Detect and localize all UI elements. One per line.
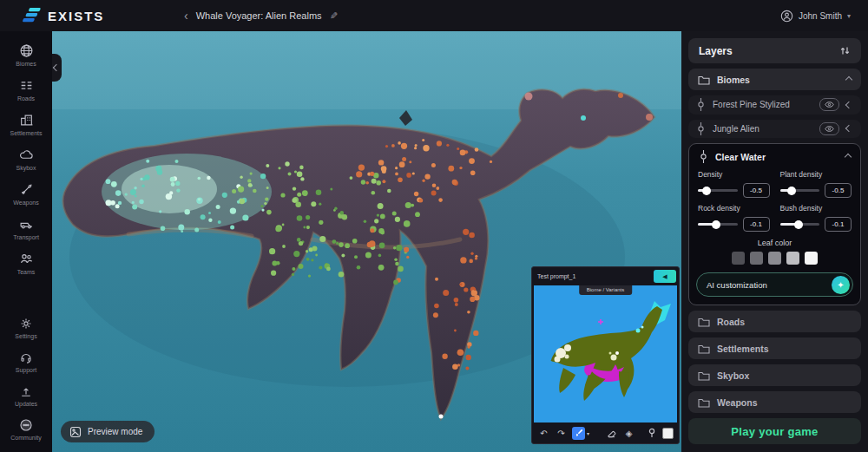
play-button-label: Play your game: [731, 425, 818, 438]
gear-icon: [19, 317, 33, 331]
user-menu[interactable]: John Smith ▾: [780, 10, 851, 23]
project-title-group: ‹ Whale Voyager: Alien Realms ✎: [184, 10, 338, 22]
biome-painter-panel: Test prompt_1 ◀ Biome / Variants: [531, 266, 680, 444]
sidebar-label: Teams: [17, 269, 36, 275]
redo-icon: ↷: [557, 429, 564, 438]
plant-density-slider[interactable]: [780, 189, 820, 192]
slider-label: Plant density: [780, 170, 852, 179]
section-settlements[interactable]: Settlements: [688, 337, 861, 359]
layer-row-jungle-alien[interactable]: Jungle Alien: [688, 120, 861, 139]
section-skybox[interactable]: Skybox: [688, 364, 861, 386]
layer-row-forest-pine[interactable]: Forest Pine Stylized: [688, 95, 861, 115]
leaf-color-swatch[interactable]: [805, 252, 818, 265]
plant-density-value[interactable]: -0.5: [825, 183, 852, 198]
bush-density-slider[interactable]: [780, 223, 820, 226]
ai-customization-input[interactable]: AI customization ✦: [696, 272, 853, 297]
layer-commit-icon: [696, 122, 706, 135]
sidebar-item-settlements[interactable]: Settlements: [0, 108, 52, 142]
layer-expand-icon[interactable]: [845, 102, 852, 108]
section-roads[interactable]: Roads: [688, 311, 861, 332]
slider-label: Bush density: [780, 204, 852, 213]
undo-button[interactable]: ↶: [537, 427, 550, 440]
sidebar-item-support[interactable]: Support: [0, 345, 52, 379]
sidebar-item-transport[interactable]: Transport: [0, 212, 52, 246]
sidebar-item-community[interactable]: Community: [0, 413, 52, 447]
folder-icon: [698, 344, 710, 354]
back-icon[interactable]: ‹: [184, 10, 188, 22]
section-label: Skybox: [717, 370, 852, 381]
redo-button[interactable]: ↷: [555, 427, 568, 440]
section-biomes[interactable]: Biomes: [688, 69, 861, 90]
slider-block-rock-density: Rock density -0.1: [698, 204, 770, 232]
leaf-color-swatch[interactable]: [786, 252, 799, 265]
leaf-color-swatch[interactable]: [768, 252, 781, 265]
sidebar-item-updates[interactable]: Updates: [0, 379, 52, 413]
back-arrow-icon: ◀: [662, 273, 667, 280]
upload-icon: [19, 384, 33, 398]
active-color-swatch[interactable]: [662, 428, 674, 439]
layers-panel: Layers Biomes Forest Pine Stylized: [681, 31, 868, 452]
slider-block-density: Density -0.5: [698, 170, 770, 198]
sidebar-item-biomes[interactable]: Biomes: [0, 38, 52, 73]
caret-icon: ▾: [587, 431, 589, 436]
ai-generate-button[interactable]: ✦: [832, 276, 850, 294]
leaf-color-label: Leaf color: [758, 239, 792, 247]
sidebar-label: Support: [16, 367, 37, 373]
brush-tool-button[interactable]: [572, 427, 585, 440]
sidebar-item-roads[interactable]: Roads: [0, 73, 52, 108]
sidebar-item-weapons[interactable]: Weapons: [0, 177, 52, 212]
layer-expand-icon[interactable]: [845, 125, 852, 132]
pin-button[interactable]: [645, 427, 658, 440]
leaf-color-swatch[interactable]: [732, 252, 745, 265]
world-viewport[interactable]: Preview mode Test prompt_1 ◀ Biome / Var…: [52, 31, 681, 452]
eraser-button[interactable]: [605, 427, 618, 440]
preview-mode-button[interactable]: Preview mode: [61, 421, 155, 442]
fill-icon: ◈: [626, 429, 633, 438]
fill-button[interactable]: ◈: [622, 427, 635, 440]
bush-density-value[interactable]: -0.1: [825, 217, 852, 232]
sidebar-item-settings[interactable]: Settings: [0, 311, 52, 345]
biome-paint-canvas[interactable]: Biome / Variants: [534, 285, 677, 423]
brush-options-caret[interactable]: ▾: [587, 430, 589, 436]
edit-title-icon[interactable]: ✎: [330, 10, 338, 22]
visibility-toggle[interactable]: [819, 122, 839, 135]
layer-name: Jungle Alien: [713, 124, 812, 134]
rock-density-value[interactable]: -0.1: [743, 217, 770, 232]
visibility-toggle[interactable]: [819, 98, 839, 111]
layer-name: Forest Pine Stylized: [713, 100, 812, 109]
slider-label: Density: [698, 170, 770, 179]
app-logo[interactable]: EXISTS: [0, 8, 104, 23]
sort-icon[interactable]: [839, 45, 851, 56]
layer-name: Clear Water: [715, 152, 838, 162]
layer-row-clear-water[interactable]: Clear Water: [696, 145, 853, 168]
sidebar-label: Settings: [15, 333, 36, 339]
prompt-send-button[interactable]: ◀: [654, 270, 676, 283]
section-weapons[interactable]: Weapons: [688, 391, 861, 413]
buildings-icon: [19, 113, 34, 128]
leaf-color-swatch[interactable]: [750, 252, 763, 265]
eraser-icon: [607, 429, 616, 438]
layer-commit-icon: [699, 150, 708, 163]
play-your-game-button[interactable]: Play your game: [688, 418, 861, 444]
section-label: Roads: [717, 317, 852, 327]
sidebar-item-skybox[interactable]: Skybox: [0, 142, 52, 177]
density-slider[interactable]: [698, 189, 738, 192]
layers-header: Layers: [688, 38, 861, 63]
panel-collapse-handle[interactable]: [52, 54, 62, 82]
layer-commit-icon: [696, 98, 706, 111]
biome-variants-tab[interactable]: Biome / Variants: [579, 285, 633, 295]
preview-icon: [69, 426, 82, 438]
logo-text: EXISTS: [48, 9, 104, 23]
density-value[interactable]: -0.5: [743, 183, 770, 198]
paint-toolbar: ↶ ↷ ▾ ◈: [532, 423, 679, 443]
density-sliders: Density -0.5 Plant density -0.5 Rock den…: [696, 168, 853, 232]
sidebar-item-teams[interactable]: Teams: [0, 246, 52, 281]
eye-icon: [825, 126, 834, 132]
exists-editor-app: EXISTS ‹ Whale Voyager: Alien Realms ✎ J…: [0, 0, 868, 452]
leaf-color-picker: Leaf color: [696, 232, 853, 265]
user-name: John Smith: [799, 11, 842, 21]
rock-density-slider[interactable]: [698, 223, 738, 226]
eye-icon: [825, 102, 834, 108]
folder-icon: [698, 317, 710, 327]
sidebar-label: Transport: [13, 234, 39, 240]
